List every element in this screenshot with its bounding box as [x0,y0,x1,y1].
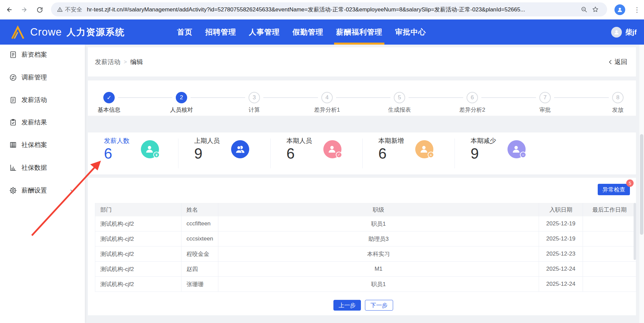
browser-forward-icon[interactable] [19,4,30,15]
cell-rank: M1 [218,262,539,276]
cell-last-work-date [583,231,636,246]
cell-name: 张珊珊 [181,277,218,291]
step-circle: 4 [321,92,333,103]
sidebar-item-salary-settings[interactable]: 薪酬设置 [0,183,85,198]
not-secure-warning[interactable]: 不安全 [57,6,87,13]
breadcrumb-current: 编辑 [130,58,143,66]
user-avatar-icon [611,27,622,38]
person-yuan-icon: ¥ [141,140,159,158]
step-release[interactable]: 8 发放 [591,92,644,114]
document-icon [9,51,17,58]
sidebar-item-social-security-data[interactable]: 社保数据 [0,160,85,175]
personnel-table: 部门 姓名 职级 入职日期 最后工作日期 测试机构-cjf2 cccfiftee… [95,203,636,292]
cell-name: 赵四 [181,262,218,276]
cell-rank: 职员1 [218,216,539,231]
step-circle: 8 [612,92,624,103]
user-menu[interactable]: 柴jf [611,19,637,45]
step-approval[interactable]: 7 审批 [518,92,572,114]
sidebar-item-salary-adjustment[interactable]: 调薪管理 [0,70,85,85]
cell-department: 测试机构-cjf2 [95,247,181,261]
step-diff-analysis-1[interactable]: 4 差异分析1 [300,92,354,114]
person-check-icon: ✓ [323,140,341,158]
header-rank: 职级 [218,203,539,216]
cell-hire-date: 2025-12-19 [539,216,583,231]
step-circle: 2 [176,92,187,103]
bar-chart-icon [9,164,17,171]
cell-name: 程咬金金 [181,247,218,261]
next-step-button[interactable]: 下一步 [365,300,393,311]
breadcrumb-card: 发薪活动 > 编辑 返回 [88,47,636,76]
browser-reload-icon[interactable] [34,4,45,15]
step-circle: 6 [467,92,478,103]
chevron-left-icon [608,59,613,65]
breadcrumb-parent[interactable]: 发薪活动 [95,58,120,66]
url-text[interactable]: hr-test.zjf-it.cn/#/salaryManagement/add… [87,6,578,13]
sidebar-item-social-security-archive[interactable]: 社保档案 [0,138,85,152]
address-bar[interactable]: 不安全 hr-test.zjf-it.cn/#/salaryManagement… [51,2,607,16]
step-calculate[interactable]: 3 计算 [227,92,281,114]
browser-menu-icon[interactable]: ⋮ [633,4,641,15]
step-circle: 7 [539,92,551,103]
stat-current-period: 本期人员 6 ✓ [270,132,362,174]
nav-item-attendance[interactable]: 假勤管理 [292,19,323,45]
people-icon [231,140,249,158]
header-name: 姓名 [181,203,218,216]
header-department: 部门 [95,203,181,216]
step-generate-report[interactable]: 5 生成报表 [373,92,426,114]
table-header-row: 部门 姓名 职级 入职日期 最后工作日期 [95,203,636,216]
back-button[interactable]: 返回 [608,47,627,76]
cell-department: 测试机构-cjf2 [95,262,181,276]
exception-check-button[interactable]: 异常检查 [598,184,630,195]
sidebar: 薪资档案 调薪管理 发薪活动 发薪结果 社保档案 社保数据 薪酬设置 [0,45,85,323]
header-last-work-date: 最后工作日期 [583,203,636,216]
warning-triangle-icon [57,7,63,12]
breadcrumb-separator-icon: > [124,59,127,65]
cell-last-work-date [583,277,636,291]
wizard-steps-card: ✓ 基本信息 2 人员核对 3 计算 4 差异分析1 5 生成报表 6 差异分析… [88,80,636,116]
step-diff-analysis-2[interactable]: 6 差异分析2 [445,92,499,114]
user-name: 柴jf [625,28,637,37]
browser-toolbar: 不安全 hr-test.zjf-it.cn/#/salaryManagement… [0,0,644,19]
nav-item-salary-benefits[interactable]: 薪酬福利管理 [336,19,382,45]
table-row: 测试机构-cjf2 赵四 M1 2025-12-24 [95,262,636,277]
exchange-icon [9,74,17,81]
nav-item-approval-center[interactable]: 审批中心 [395,19,426,45]
nav-item-personnel[interactable]: 人事管理 [249,19,280,45]
step-personnel-check[interactable]: 2 人员核对 [155,92,208,114]
browser-back-icon[interactable] [4,4,15,15]
table-row: 测试机构-cjf2 程咬金金 本科实习 2025-12-23 [95,247,636,262]
step-circle: 3 [249,92,260,103]
nav-item-home[interactable]: 首页 [177,19,193,45]
app-logo[interactable]: Crowe 人力资源系统 [10,19,125,45]
person-plus-icon: + [415,140,433,158]
cell-department: 测试机构-cjf2 [95,231,181,246]
breadcrumb: 发薪活动 > 编辑 [95,47,143,76]
sidebar-item-salary-archive[interactable]: 薪资档案 [0,47,85,62]
stat-removed-this-period: 本期减少 9 − [454,132,636,174]
zoom-out-icon[interactable] [578,4,590,15]
cell-name: cccfifteen [181,216,218,231]
cell-rank: 职员1 [218,277,539,291]
step-circle: ✓ [103,92,115,103]
crowe-logo-icon [10,25,25,39]
header-hire-date: 入职日期 [539,203,583,216]
table-row: 测试机构-cjf2 张珊珊 职员1 2025-12-24 [95,277,636,292]
page-scrollbar-thumb[interactable] [640,134,643,235]
step-basic-info[interactable]: ✓ 基本信息 [82,92,136,114]
cell-hire-date: 2025-12-23 [539,247,583,261]
exception-count-badge: 5 [626,179,634,187]
sidebar-item-payroll-result[interactable]: 发薪结果 [0,115,85,130]
not-secure-label: 不安全 [65,6,82,13]
bookmark-star-icon[interactable] [590,4,601,15]
table-scrollbar-thumb[interactable] [634,203,636,260]
cell-rank: 本科实习 [218,247,539,261]
sidebar-item-payroll-activity[interactable]: 发薪活动 [0,93,85,107]
cell-department: 测试机构-cjf2 [95,216,181,231]
clipboard-check-icon [9,119,17,126]
nav-item-recruitment[interactable]: 招聘管理 [205,19,236,45]
cell-name: cccsixteen [181,231,218,246]
browser-profile-icon[interactable] [614,4,625,15]
previous-step-button[interactable]: 上一步 [333,300,361,311]
archive-icon [9,141,17,149]
person-minus-icon: − [507,140,526,158]
